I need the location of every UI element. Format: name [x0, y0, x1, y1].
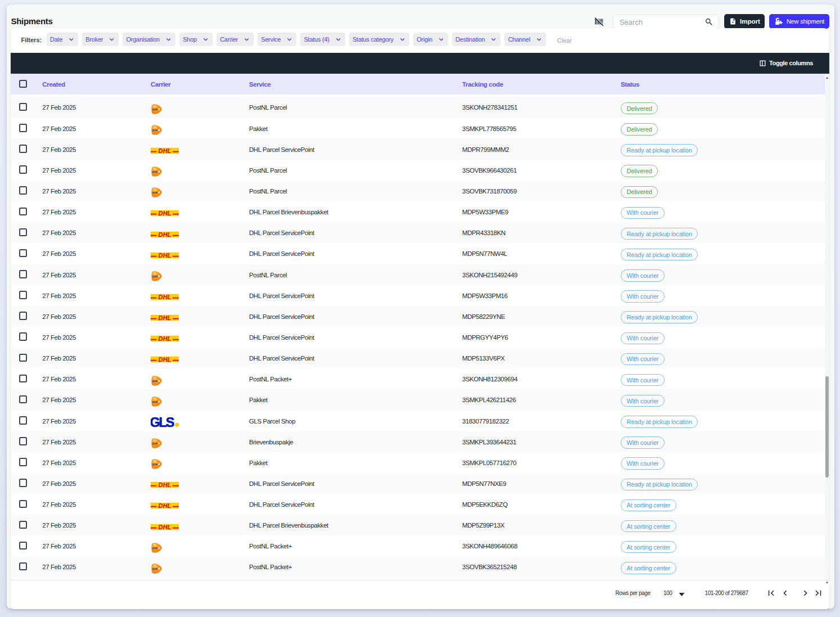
- svg-text:DHL: DHL: [159, 503, 171, 509]
- svg-text:DHL: DHL: [159, 252, 171, 258]
- svg-text:nl: nl: [158, 442, 160, 445]
- svg-text:post: post: [152, 568, 158, 570]
- svg-text:nl: nl: [158, 568, 160, 570]
- svg-text:nl: nl: [158, 547, 160, 550]
- svg-text:nl: nl: [158, 170, 160, 173]
- svg-text:GLS: GLS: [151, 417, 174, 428]
- svg-text:DHL: DHL: [159, 482, 171, 488]
- svg-text:post: post: [152, 108, 158, 111]
- svg-text:DHL: DHL: [159, 357, 171, 363]
- svg-text:DHL: DHL: [159, 294, 171, 300]
- svg-text:post: post: [152, 463, 158, 466]
- svg-text:nl: nl: [158, 380, 160, 382]
- svg-text:DHL: DHL: [159, 148, 171, 154]
- svg-text:nl: nl: [158, 275, 160, 278]
- svg-text:nl: nl: [158, 463, 160, 466]
- svg-text:DHL: DHL: [159, 336, 171, 342]
- svg-text:DHL: DHL: [159, 210, 171, 217]
- svg-text:post: post: [152, 170, 158, 173]
- svg-text:nl: nl: [158, 192, 160, 195]
- svg-text:post: post: [152, 442, 158, 445]
- svg-text:post: post: [152, 275, 158, 278]
- svg-text:nl: nl: [158, 129, 160, 132]
- svg-text:post: post: [152, 380, 158, 382]
- svg-text:nl: nl: [158, 400, 160, 403]
- svg-text:DHL: DHL: [159, 315, 171, 321]
- svg-text:DHL: DHL: [159, 231, 171, 237]
- svg-text:post: post: [152, 400, 158, 403]
- svg-text:nl: nl: [158, 108, 160, 111]
- svg-text:DHL: DHL: [159, 524, 171, 530]
- svg-text:post: post: [152, 129, 158, 132]
- svg-text:post: post: [152, 547, 158, 550]
- svg-text:post: post: [152, 192, 158, 195]
